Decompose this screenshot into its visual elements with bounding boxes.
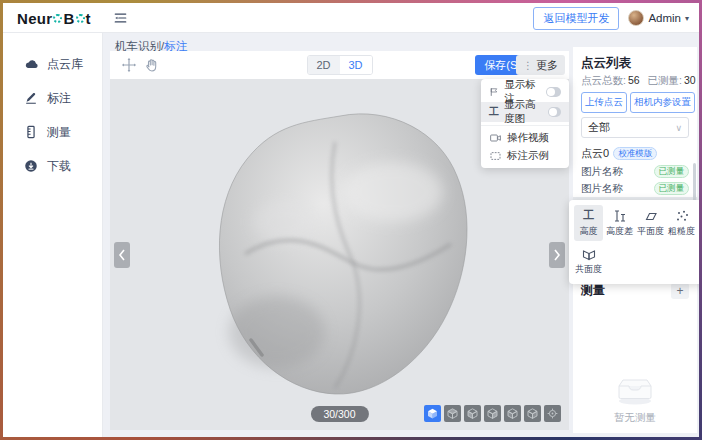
add-measure-button[interactable]: + bbox=[671, 283, 689, 299]
view-buttons bbox=[424, 405, 561, 422]
back-to-model-dev-button[interactable]: 返回模型开发 bbox=[533, 7, 619, 30]
more-button[interactable]: ⋮ 更多 bbox=[516, 55, 565, 75]
image-row[interactable]: 图片名称 已测量 bbox=[573, 180, 697, 197]
pointcloud-item[interactable]: 点云0 校准模版 bbox=[581, 146, 657, 161]
panel-buttons: 上传点云 相机内参设置 bbox=[581, 92, 695, 113]
tool-coplanarity[interactable]: 共面度 bbox=[574, 243, 603, 279]
show-annotations-toggle[interactable] bbox=[546, 87, 562, 97]
coplanarity-icon bbox=[582, 247, 596, 261]
cube-icon bbox=[447, 408, 458, 419]
reset-view-button[interactable] bbox=[544, 405, 561, 422]
cloud-icon bbox=[24, 57, 38, 71]
image-name: 图片名称 bbox=[581, 165, 623, 179]
view-perspective-button[interactable] bbox=[424, 405, 441, 422]
sidebar-item-label: 下载 bbox=[47, 158, 71, 175]
example-rect-icon bbox=[489, 150, 502, 162]
sidebar-collapse-icon[interactable] bbox=[113, 11, 128, 29]
filter-select[interactable]: 全部 ∨ bbox=[581, 117, 689, 138]
user-menu[interactable]: Admin ▾ bbox=[628, 10, 689, 26]
menu-item-label: 显示高度图 bbox=[504, 98, 543, 126]
menu-item-show-heightmap[interactable]: 工 显示高度图 bbox=[481, 102, 569, 122]
cube-icon bbox=[487, 408, 498, 419]
gear-icon bbox=[76, 14, 85, 23]
tool-label: 高度差 bbox=[606, 225, 633, 238]
top-header: NeurBt 返回模型开发 Admin ▾ bbox=[3, 3, 699, 33]
tool-label: 共面度 bbox=[575, 263, 602, 276]
app-window: NeurBt 返回模型开发 Admin ▾ 点云库 标注 测量 bbox=[3, 3, 699, 437]
height-tool-icon: 工 bbox=[583, 209, 594, 223]
logo-text: t bbox=[86, 10, 91, 27]
dimension-toggle: 2D 3D bbox=[307, 55, 373, 75]
next-image-button[interactable] bbox=[549, 242, 565, 268]
empty-state: 暂无测量 bbox=[573, 372, 697, 425]
pan-move-tool-button[interactable] bbox=[121, 57, 137, 77]
view-right-button[interactable] bbox=[484, 405, 501, 422]
tool-label: 平面度 bbox=[637, 225, 664, 238]
tool-flatness[interactable]: 平面度 bbox=[636, 205, 665, 241]
menu-item-annotation-example[interactable]: 标注示例 bbox=[481, 147, 569, 165]
pen-icon bbox=[24, 91, 38, 105]
sidebar-item-label: 标注 bbox=[47, 90, 71, 107]
viewer-toolbar: 2D 3D 保存(S) ⋮ 更多 bbox=[110, 51, 569, 79]
hand-drag-tool-button[interactable] bbox=[144, 57, 160, 77]
logo-text: Neur bbox=[17, 10, 52, 27]
measured-badge: 已测量 bbox=[654, 182, 690, 195]
view-back-button[interactable] bbox=[504, 405, 521, 422]
image-row[interactable]: 图片名称 已测量 bbox=[573, 163, 697, 180]
download-icon bbox=[24, 159, 38, 173]
screenshot-frame: NeurBt 返回模型开发 Admin ▾ 点云库 标注 测量 bbox=[0, 0, 702, 440]
height-difference-icon bbox=[613, 209, 627, 223]
image-counter: 30/300 bbox=[310, 406, 368, 422]
empty-state-text: 暂无测量 bbox=[573, 411, 697, 425]
header-right: 返回模型开发 Admin ▾ bbox=[533, 3, 689, 33]
image-name: 图片名称 bbox=[581, 182, 623, 196]
avatar bbox=[628, 10, 644, 26]
cube-icon bbox=[507, 408, 518, 419]
tool-height-difference[interactable]: 高度差 bbox=[605, 205, 634, 241]
tab-3d[interactable]: 3D bbox=[340, 56, 372, 74]
flatness-icon bbox=[644, 209, 658, 223]
view-front-button[interactable] bbox=[464, 405, 481, 422]
upload-pointcloud-button[interactable]: 上传点云 bbox=[581, 92, 627, 113]
panel-stats: 点云总数:56 已测量:30 bbox=[581, 74, 696, 88]
more-dropdown-menu: 显示标注 工 显示高度图 操作视频 标注示例 bbox=[481, 79, 569, 168]
ibeam-icon: 工 bbox=[489, 105, 499, 119]
sidebar-item-label: 点云库 bbox=[47, 56, 83, 73]
video-icon bbox=[489, 132, 502, 144]
flag-icon bbox=[489, 86, 499, 98]
view-top-button[interactable] bbox=[444, 405, 461, 422]
menu-item-tutorial-video[interactable]: 操作视频 bbox=[481, 129, 569, 147]
tool-label: 粗糙度 bbox=[668, 225, 695, 238]
gear-icon bbox=[53, 14, 62, 23]
more-vertical-dots-icon: ⋮ bbox=[523, 60, 533, 71]
sidebar-item-annotate[interactable]: 标注 bbox=[3, 81, 102, 115]
tooth-3d-model bbox=[185, 104, 495, 404]
camera-intrinsics-button[interactable]: 相机内参设置 bbox=[630, 92, 695, 113]
more-label: 更多 bbox=[536, 58, 558, 73]
user-name: Admin bbox=[648, 12, 681, 24]
view-left-button[interactable] bbox=[524, 405, 541, 422]
show-heightmap-toggle[interactable] bbox=[548, 107, 561, 117]
roughness-icon bbox=[675, 209, 689, 223]
prev-image-button[interactable] bbox=[114, 242, 130, 268]
app-logo: NeurBt bbox=[17, 3, 91, 33]
measure-section-title: 测量 bbox=[581, 282, 605, 299]
sidebar-item-download[interactable]: 下载 bbox=[3, 149, 102, 183]
scrollbar-thumb[interactable] bbox=[693, 163, 696, 201]
cube-icon bbox=[427, 408, 438, 419]
cube-icon bbox=[527, 408, 538, 419]
sidebar-item-pointcloud-library[interactable]: 点云库 bbox=[3, 47, 102, 81]
sidebar-item-measure[interactable]: 测量 bbox=[3, 115, 102, 149]
tool-height[interactable]: 工 高度 bbox=[574, 205, 603, 241]
sidebar: 点云库 标注 测量 下载 bbox=[3, 33, 103, 437]
logo-text: B bbox=[63, 10, 74, 27]
filter-value: 全部 bbox=[588, 120, 610, 135]
chevron-down-icon: ∨ bbox=[675, 123, 682, 133]
caret-down-icon: ▾ bbox=[685, 14, 689, 23]
measured-badge: 已测量 bbox=[654, 165, 690, 178]
tab-2d[interactable]: 2D bbox=[308, 56, 340, 74]
measure-section-header: 测量 + bbox=[581, 282, 689, 299]
tool-roughness[interactable]: 粗糙度 bbox=[667, 205, 696, 241]
calibration-template-badge: 校准模版 bbox=[613, 147, 657, 160]
cube-icon bbox=[467, 408, 478, 419]
